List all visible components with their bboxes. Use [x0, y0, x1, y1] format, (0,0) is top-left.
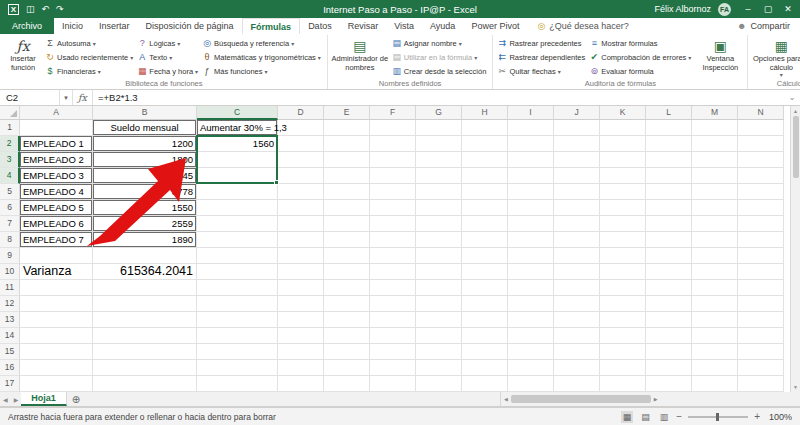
- cell-D7[interactable]: [278, 216, 324, 232]
- cell-A4[interactable]: EMPLEADO 3: [20, 168, 93, 184]
- cell-H9[interactable]: [462, 248, 508, 264]
- cell-G17[interactable]: [416, 376, 462, 392]
- cell-G1[interactable]: [416, 120, 462, 136]
- cell-E8[interactable]: [324, 232, 370, 248]
- formula-bar-expand-icon[interactable]: ⌄: [784, 90, 800, 105]
- cell-D6[interactable]: [278, 200, 324, 216]
- undo-icon[interactable]: ↶: [42, 4, 50, 14]
- cell-E13[interactable]: [324, 312, 370, 328]
- cell-I14[interactable]: [508, 328, 554, 344]
- zoom-slider-thumb[interactable]: [716, 413, 719, 421]
- cell-B11[interactable]: [93, 280, 197, 296]
- cell-J17[interactable]: [554, 376, 600, 392]
- zoom-level[interactable]: 100%: [766, 412, 792, 422]
- cell-J13[interactable]: [554, 312, 600, 328]
- cell-J7[interactable]: [554, 216, 600, 232]
- cell-E10[interactable]: [324, 264, 370, 280]
- quitar-flechas-button[interactable]: ✂Quitar flechas▾: [496, 64, 586, 78]
- cell-N15[interactable]: [738, 344, 784, 360]
- cell-N10[interactable]: [738, 264, 784, 280]
- cell-C4[interactable]: [197, 168, 278, 184]
- cell-K15[interactable]: [600, 344, 646, 360]
- cell-A17[interactable]: [20, 376, 93, 392]
- cell-D16[interactable]: [278, 360, 324, 376]
- cell-A3[interactable]: EMPLEADO 2: [20, 152, 93, 168]
- cell-H13[interactable]: [462, 312, 508, 328]
- col-header-k[interactable]: K: [600, 106, 646, 120]
- cell-C8[interactable]: [197, 232, 278, 248]
- cell-A14[interactable]: [20, 328, 93, 344]
- cell-L2[interactable]: [646, 136, 692, 152]
- cell-D14[interactable]: [278, 328, 324, 344]
- tab-datos[interactable]: Datos: [300, 18, 340, 34]
- comprobacion-de-errores-button[interactable]: ✔Comprobación de errores▾: [588, 50, 692, 64]
- cell-E11[interactable]: [324, 280, 370, 296]
- cell-L9[interactable]: [646, 248, 692, 264]
- fx-icon[interactable]: ƒx: [73, 90, 93, 105]
- cell-D17[interactable]: [278, 376, 324, 392]
- cell-L5[interactable]: [646, 184, 692, 200]
- cell-N6[interactable]: [738, 200, 784, 216]
- col-header-l[interactable]: L: [646, 106, 692, 120]
- cell-C9[interactable]: [197, 248, 278, 264]
- fill-handle[interactable]: [274, 180, 279, 185]
- cell-G7[interactable]: [416, 216, 462, 232]
- cell-A15[interactable]: [20, 344, 93, 360]
- cell-D3[interactable]: [278, 152, 324, 168]
- cell-D4[interactable]: [278, 168, 324, 184]
- cell-E1[interactable]: [324, 120, 370, 136]
- evaluar-formula-button[interactable]: ⊚Evaluar fórmula: [588, 64, 692, 78]
- cell-C5[interactable]: [197, 184, 278, 200]
- cell-N7[interactable]: [738, 216, 784, 232]
- cell-M7[interactable]: [692, 216, 738, 232]
- cell-L10[interactable]: [646, 264, 692, 280]
- cell-I10[interactable]: [508, 264, 554, 280]
- cell-F4[interactable]: [370, 168, 416, 184]
- row-header-13[interactable]: 13: [0, 312, 20, 328]
- cell-A11[interactable]: [20, 280, 93, 296]
- col-header-i[interactable]: I: [508, 106, 554, 120]
- cell-I4[interactable]: [508, 168, 554, 184]
- scroll-down-icon[interactable]: ▼: [793, 382, 798, 392]
- col-header-f[interactable]: F: [370, 106, 416, 120]
- cell-C2[interactable]: 1560: [197, 136, 278, 152]
- cell-H7[interactable]: [462, 216, 508, 232]
- logicas-button[interactable]: ?Lógicas▾: [136, 36, 199, 50]
- cell-A16[interactable]: [20, 360, 93, 376]
- tab-disposicion-de-pagina[interactable]: Disposición de página: [138, 18, 242, 34]
- cell-G6[interactable]: [416, 200, 462, 216]
- cell-C14[interactable]: [197, 328, 278, 344]
- cell-E3[interactable]: [324, 152, 370, 168]
- cell-C3[interactable]: [197, 152, 278, 168]
- cell-B17[interactable]: [93, 376, 197, 392]
- cell-L11[interactable]: [646, 280, 692, 296]
- cell-H15[interactable]: [462, 344, 508, 360]
- cell-M2[interactable]: [692, 136, 738, 152]
- cell-M1[interactable]: [692, 120, 738, 136]
- cell-K2[interactable]: [600, 136, 646, 152]
- cell-D10[interactable]: [278, 264, 324, 280]
- row-header-4[interactable]: 4: [0, 168, 20, 184]
- vertical-scrollbar[interactable]: ▲ ▼: [790, 106, 800, 392]
- cell-G14[interactable]: [416, 328, 462, 344]
- cell-F6[interactable]: [370, 200, 416, 216]
- cell-E15[interactable]: [324, 344, 370, 360]
- cell-B15[interactable]: [93, 344, 197, 360]
- cell-M13[interactable]: [692, 312, 738, 328]
- cell-C1[interactable]: Aumentar 30% = 1,3: [197, 120, 278, 136]
- cell-I15[interactable]: [508, 344, 554, 360]
- normal-view-icon[interactable]: ▦: [621, 411, 634, 423]
- cell-M10[interactable]: [692, 264, 738, 280]
- cell-M11[interactable]: [692, 280, 738, 296]
- cell-K11[interactable]: [600, 280, 646, 296]
- row-header-15[interactable]: 15: [0, 344, 20, 360]
- cell-J8[interactable]: [554, 232, 600, 248]
- cell-G13[interactable]: [416, 312, 462, 328]
- cell-N14[interactable]: [738, 328, 784, 344]
- add-sheet-icon[interactable]: ⊕: [67, 392, 85, 406]
- row-header-10[interactable]: 10: [0, 264, 20, 280]
- cell-G15[interactable]: [416, 344, 462, 360]
- cell-J11[interactable]: [554, 280, 600, 296]
- cell-C6[interactable]: [197, 200, 278, 216]
- cell-H2[interactable]: [462, 136, 508, 152]
